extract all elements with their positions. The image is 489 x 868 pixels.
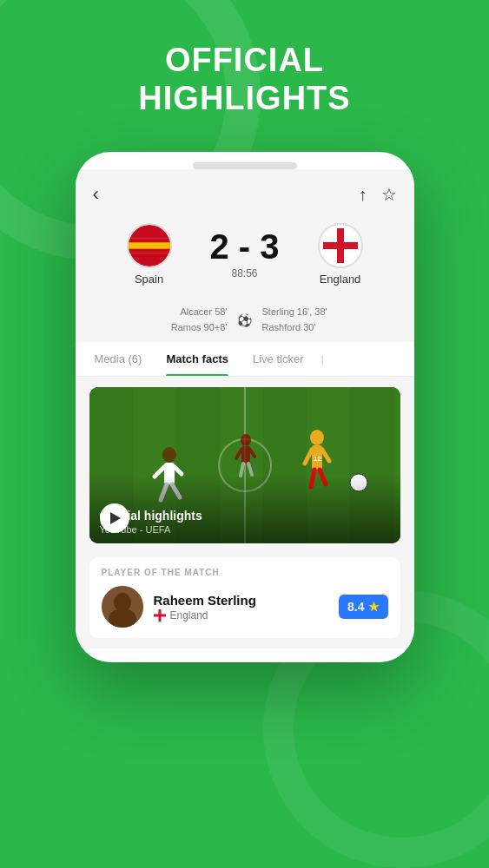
england-flag-icon <box>318 223 363 268</box>
score-sep: - <box>239 227 250 266</box>
goals-home: Alcacer 58' Ramos 90+8' <box>84 305 235 335</box>
svg-point-22 <box>162 447 176 463</box>
potm-row: Raheem Sterling England <box>102 586 388 628</box>
svg-rect-2 <box>129 239 170 243</box>
potm-section: PLAYER OF THE MATCH Raheem Ster <box>89 557 400 638</box>
header-line2: HIGHLIGHTS <box>138 80 350 116</box>
svg-rect-6 <box>323 242 358 249</box>
player-country-name: England <box>170 609 208 621</box>
video-card[interactable]: 12 <box>89 387 400 543</box>
svg-point-29 <box>241 434 251 446</box>
soccer-ball-icon: ⚽ <box>235 305 255 335</box>
score-center: 2 - 3 88:56 <box>193 229 297 279</box>
player-rating-badge: 8.4 ★ <box>339 595 387 619</box>
play-button[interactable] <box>100 503 129 533</box>
phone-mockup: ‹ ↑ ☆ Spain <box>76 152 414 662</box>
svg-rect-3 <box>129 249 170 253</box>
tab-media[interactable]: Media (6) <box>83 342 155 376</box>
rating-value: 8.4 <box>347 600 364 614</box>
match-nav: ‹ ↑ ☆ <box>93 183 397 206</box>
goal-home-1: Alcacer 58' <box>84 305 228 320</box>
phone-notch <box>193 162 297 169</box>
away-team-name: England <box>320 273 361 286</box>
goal-away-1: Sterling 16', 38' <box>262 305 406 320</box>
goals-away: Sterling 16', 38' Rashford 30' <box>255 305 406 335</box>
nav-actions: ↑ ☆ <box>359 184 397 205</box>
score-section: Spain 2 - 3 88:56 <box>93 216 397 289</box>
phone-screen: ‹ ↑ ☆ Spain <box>76 152 414 662</box>
home-team-name: Spain <box>135 273 163 286</box>
svg-rect-41 <box>154 614 166 616</box>
promo-header: OFFICIAL HIGHLIGHTS <box>0 0 489 117</box>
header-line1: OFFICIAL <box>165 42 324 78</box>
score-display: 2 - 3 <box>209 229 279 264</box>
spain-flag-icon <box>127 223 172 268</box>
player-avatar <box>102 586 143 628</box>
player-name: Raheem Sterling <box>154 593 256 608</box>
player-country: England <box>154 609 256 621</box>
svg-text:12: 12 <box>314 455 321 463</box>
svg-point-15 <box>310 430 324 445</box>
goal-away-2: Rashford 30' <box>262 320 406 336</box>
rating-star-icon: ★ <box>368 600 380 614</box>
potm-left: Raheem Sterling England <box>102 586 256 628</box>
tabs-bar: Media (6) Match facts Live ticker | <box>76 342 414 377</box>
video-info: Official highlights YouTube - UEFA <box>89 500 400 543</box>
team-home: Spain <box>106 223 193 286</box>
score-home: 2 <box>209 227 228 266</box>
match-header: ‹ ↑ ☆ Spain <box>76 169 414 299</box>
goal-home-2: Ramos 90+8' <box>84 320 228 336</box>
potm-info: Raheem Sterling England <box>154 593 256 621</box>
potm-label: PLAYER OF THE MATCH <box>102 568 388 577</box>
match-time: 88:56 <box>231 267 257 279</box>
tab-match-facts[interactable]: Match facts <box>154 342 241 376</box>
tab-overflow[interactable]: | <box>315 342 328 376</box>
back-button[interactable]: ‹ <box>93 183 99 206</box>
share-icon[interactable]: ↑ <box>359 185 367 205</box>
team-away: England <box>297 223 384 286</box>
score-away: 3 <box>260 227 279 266</box>
favorite-icon[interactable]: ☆ <box>381 184 397 205</box>
play-icon <box>110 512 121 524</box>
goals-row: Alcacer 58' Ramos 90+8' ⚽ Sterling 16', … <box>76 299 414 342</box>
content-area: 12 <box>76 377 414 648</box>
england-flag-small-icon <box>154 609 166 621</box>
tab-live-ticker[interactable]: Live ticker <box>241 342 316 376</box>
